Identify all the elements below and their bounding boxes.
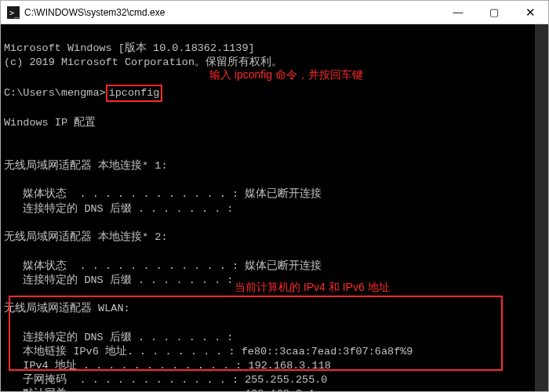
terminal-body[interactable]: Microsoft Windows [版本 10.0.18362.1139] (… [1, 24, 548, 391]
minimize-button[interactable]: — [440, 1, 476, 24]
adapter2-dns: 连接特定的 DNS 后缀 . . . . . . . : [4, 274, 233, 286]
wlan-subnet: 子网掩码 . . . . . . . . . . . . : 255.255.2… [4, 374, 327, 386]
command-text: ipconfig [109, 87, 160, 99]
header-line-1: Microsoft Windows [版本 10.0.18362.1139] [4, 42, 255, 54]
window-controls: — ▢ ✕ [440, 1, 548, 24]
cmd-icon: >_ [7, 6, 20, 19]
prompt-user: C:\Users\mengma> [4, 87, 106, 99]
window-title: C:\WINDOWS\system32\cmd.exe [24, 7, 440, 18]
wlan-ipv6: 本地链接 IPv6 地址. . . . . . . . : fe80::3caa… [4, 346, 413, 358]
wlan-ipv4: IPv4 地址 . . . . . . . . . . . . : 192.16… [4, 360, 331, 372]
command-highlight-box: ipconfig [106, 85, 163, 102]
annotation-cmd-note: 输入 ipconfig 命令，并按回车键 [209, 67, 363, 82]
adapter1-title: 无线局域网适配器 本地连接* 1: [4, 160, 168, 172]
wlan-dns: 连接特定的 DNS 后缀 . . . . . . . : [4, 332, 233, 343]
wlan-gateway: 默认网关. . . . . . . . . . . . . : 192.168.… [4, 388, 314, 391]
adapter2-media: 媒体状态 . . . . . . . . . . . . : 媒体已断开连接 [4, 260, 322, 272]
ipconfig-title: Windows IP 配置 [4, 117, 96, 129]
scrollbar[interactable] [535, 24, 548, 391]
prompt-line-1: C:\Users\mengma>ipconfig [4, 87, 162, 99]
adapter1-media: 媒体状态 . . . . . . . . . . . . : 媒体已断开连接 [4, 188, 322, 200]
adapter2-title: 无线局域网适配器 本地连接* 2: [4, 231, 168, 243]
adapter1-dns: 连接特定的 DNS 后缀 . . . . . . . : [4, 203, 233, 215]
cmd-window: >_ C:\WINDOWS\system32\cmd.exe — ▢ ✕ Mic… [0, 0, 549, 392]
annotation-ip-note: 当前计算机的 IPv4 和 IPv6 地址 [235, 280, 390, 295]
titlebar[interactable]: >_ C:\WINDOWS\system32\cmd.exe — ▢ ✕ [1, 1, 548, 24]
adapter3-title: 无线局域网适配器 WLAN: [4, 303, 130, 314]
maximize-button[interactable]: ▢ [476, 1, 512, 24]
svg-text:>_: >_ [9, 9, 20, 18]
close-button[interactable]: ✕ [512, 1, 548, 24]
